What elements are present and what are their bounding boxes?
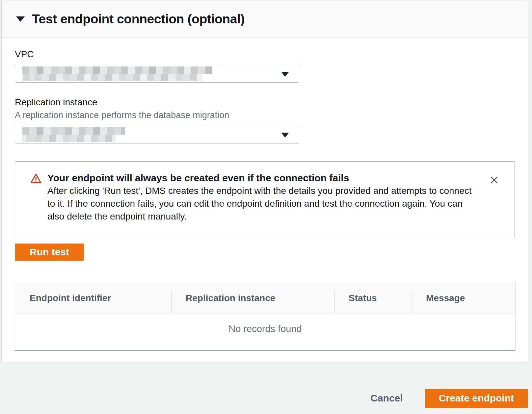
column-header-endpoint-identifier[interactable]: Endpoint identifier [15,282,171,314]
replication-instance-field: Replication instance A replication insta… [15,97,515,143]
footer-actions: Cancel Create endpoint [370,389,528,408]
replication-instance-redacted-value [22,127,125,142]
column-header-status[interactable]: Status [334,282,412,314]
test-endpoint-panel: Test endpoint connection (optional) VPC … [1,1,528,362]
table-header-row: Endpoint identifier Replication instance… [15,282,515,314]
table-empty-state: No records found [15,314,515,350]
cancel-button[interactable]: Cancel [370,393,403,404]
column-header-message[interactable]: Message [412,282,515,314]
panel-header-toggle[interactable]: Test endpoint connection (optional) [2,1,528,38]
run-test-button[interactable]: Run test [15,244,84,261]
close-icon[interactable] [488,174,500,186]
column-header-replication-instance[interactable]: Replication instance [171,282,334,314]
alert-text: Your endpoint will always be created eve… [47,171,474,227]
warning-triangle-icon [30,173,41,227]
chevron-down-icon [281,133,289,138]
collapse-triangle-icon [16,16,25,22]
chevron-down-icon [281,72,289,77]
panel-body: VPC Replication instance A replication i… [2,38,528,351]
vpc-redacted-value [22,66,212,81]
replication-instance-label: Replication instance [15,97,515,108]
create-endpoint-button[interactable]: Create endpoint [425,389,528,408]
alert-body: After clicking 'Run test', DMS creates t… [47,184,474,223]
alert-title: Your endpoint will always be created eve… [47,171,474,184]
replication-instance-select[interactable] [15,126,299,143]
vpc-field: VPC [15,49,515,83]
vpc-label: VPC [15,49,515,60]
test-results-table: Endpoint identifier Replication instance… [15,282,516,351]
panel-title: Test endpoint connection (optional) [32,12,245,26]
vpc-select[interactable] [15,65,299,83]
replication-instance-description: A replication instance performs the data… [15,110,515,120]
connection-warning-alert: Your endpoint will always be created eve… [15,161,515,238]
